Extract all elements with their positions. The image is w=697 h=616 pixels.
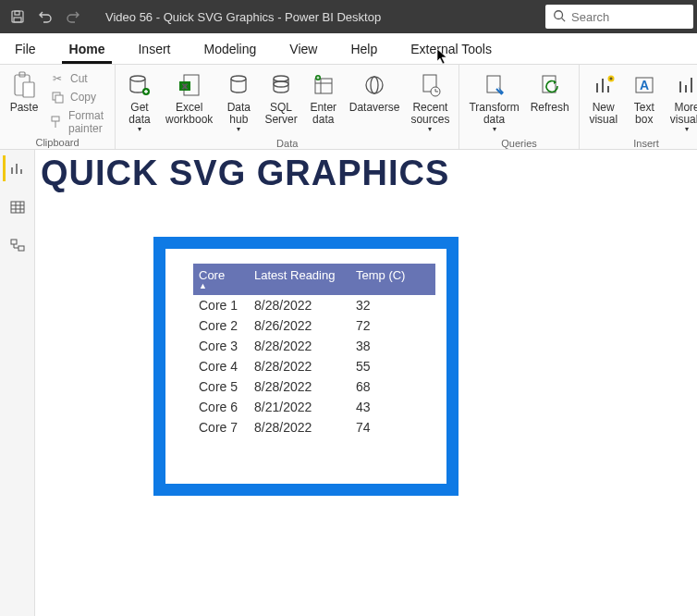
search-icon bbox=[553, 9, 566, 25]
workspace: QUICK SVG GRAPHICS Core ▲ Latest Reading… bbox=[0, 150, 697, 616]
svg-rect-27 bbox=[543, 76, 556, 92]
chevron-down-icon: ▾ bbox=[493, 126, 496, 134]
dataverse-icon bbox=[362, 70, 386, 100]
svg-rect-1 bbox=[15, 11, 19, 15]
undo-icon[interactable] bbox=[31, 3, 59, 31]
format-painter-button[interactable]: Format painter bbox=[44, 107, 111, 137]
menu-help[interactable]: Help bbox=[343, 36, 385, 64]
svg-point-16 bbox=[231, 76, 246, 81]
data-hub-button[interactable]: Data hub ▾ bbox=[218, 67, 259, 138]
table-header[interactable]: Core ▲ Latest Reading Temp (C) bbox=[193, 264, 435, 295]
model-view-icon[interactable] bbox=[5, 233, 31, 259]
svg-point-3 bbox=[555, 10, 563, 18]
cell-core: Core 1 bbox=[193, 295, 249, 315]
cell-date: 8/28/2022 bbox=[249, 417, 350, 437]
data-view-icon[interactable] bbox=[5, 194, 31, 220]
window-title: Video 56 - Quick SVG Graphics - Power BI… bbox=[105, 10, 381, 24]
cell-core: Core 2 bbox=[193, 315, 249, 336]
refresh-button[interactable]: Refresh bbox=[525, 67, 575, 117]
cell-temp: 38 bbox=[350, 336, 415, 356]
cell-date: 8/28/2022 bbox=[249, 295, 350, 315]
svg-point-18 bbox=[274, 81, 288, 87]
table-row[interactable]: Core 58/28/202268 bbox=[193, 376, 435, 397]
recent-sources-button[interactable]: Recent sources ▾ bbox=[405, 67, 455, 138]
search-input[interactable] bbox=[571, 10, 664, 24]
menu-home[interactable]: Home bbox=[62, 36, 113, 64]
text-box-icon: A bbox=[633, 70, 655, 100]
sql-icon bbox=[270, 70, 292, 100]
report-view-icon[interactable] bbox=[3, 155, 29, 181]
svg-rect-46 bbox=[18, 246, 24, 251]
search-box[interactable] bbox=[545, 5, 693, 29]
clipboard-group-label: Clipboard bbox=[4, 137, 111, 150]
dataverse-button[interactable]: Dataverse bbox=[344, 67, 406, 117]
col-temp[interactable]: Temp (C) bbox=[350, 264, 415, 295]
sql-server-button[interactable]: SQL Server bbox=[259, 67, 302, 129]
cell-core: Core 5 bbox=[193, 376, 249, 397]
table-visual[interactable]: Core ▲ Latest Reading Temp (C) Core 18/2… bbox=[153, 237, 459, 496]
cut-icon: ✂ bbox=[50, 72, 65, 85]
page-title: QUICK SVG GRAPHICS bbox=[41, 154, 697, 193]
paste-button[interactable]: Paste bbox=[4, 67, 44, 117]
svg-rect-2 bbox=[14, 18, 21, 22]
cell-date: 8/28/2022 bbox=[249, 356, 350, 376]
menu-external-tools[interactable]: External Tools bbox=[403, 36, 499, 64]
menu-view[interactable]: View bbox=[282, 36, 324, 64]
svg-rect-7 bbox=[23, 82, 34, 97]
cut-button[interactable]: ✂ Cut bbox=[44, 70, 111, 87]
redo-icon[interactable] bbox=[59, 3, 87, 31]
get-data-button[interactable]: Get data ▾ bbox=[119, 67, 160, 138]
excel-workbook-button[interactable]: X Excel workbook bbox=[160, 67, 218, 129]
table-row[interactable]: Core 68/21/202243 bbox=[193, 397, 435, 417]
data-hub-icon bbox=[227, 70, 250, 100]
cell-temp: 32 bbox=[350, 295, 415, 315]
data-table: Core ▲ Latest Reading Temp (C) Core 18/2… bbox=[193, 264, 435, 437]
svg-text:X: X bbox=[182, 82, 188, 91]
recent-icon bbox=[419, 70, 441, 100]
svg-point-17 bbox=[274, 76, 288, 81]
cell-core: Core 6 bbox=[193, 397, 249, 417]
chevron-down-icon: ▾ bbox=[428, 126, 432, 134]
table-row[interactable]: Core 18/28/202232 bbox=[193, 295, 435, 315]
svg-rect-45 bbox=[11, 240, 17, 244]
chevron-down-icon: ▾ bbox=[237, 126, 240, 134]
table-row[interactable]: Core 38/28/202238 bbox=[193, 336, 435, 356]
text-box-button[interactable]: A Text box bbox=[624, 67, 665, 129]
save-icon[interactable] bbox=[4, 3, 31, 31]
view-rail bbox=[0, 150, 35, 616]
cell-date: 8/28/2022 bbox=[249, 336, 350, 356]
new-visual-button[interactable]: New visual bbox=[583, 67, 624, 129]
table-row[interactable]: Core 78/28/202274 bbox=[193, 417, 435, 437]
svg-point-23 bbox=[371, 77, 378, 93]
cell-temp: 74 bbox=[350, 417, 415, 437]
cell-temp: 55 bbox=[350, 356, 415, 376]
table-row[interactable]: Core 28/26/202272 bbox=[193, 315, 435, 336]
cell-temp: 72 bbox=[350, 315, 415, 336]
excel-icon: X bbox=[178, 70, 201, 100]
table-row[interactable]: Core 48/28/202255 bbox=[193, 356, 435, 376]
menu-file[interactable]: File bbox=[7, 36, 43, 64]
col-core[interactable]: Core ▲ bbox=[193, 264, 249, 295]
sort-asc-icon: ▲ bbox=[199, 281, 243, 290]
svg-rect-40 bbox=[11, 202, 24, 213]
transform-data-button[interactable]: Transform data ▾ bbox=[463, 67, 524, 138]
svg-rect-10 bbox=[52, 117, 59, 121]
cell-date: 8/26/2022 bbox=[249, 315, 350, 336]
report-canvas[interactable]: QUICK SVG GRAPHICS Core ▲ Latest Reading… bbox=[35, 150, 697, 616]
paste-label: Paste bbox=[10, 102, 39, 114]
cell-date: 8/28/2022 bbox=[249, 376, 350, 397]
menu-modeling[interactable]: Modeling bbox=[196, 36, 263, 64]
more-visuals-button[interactable]: More visuals ▾ bbox=[665, 67, 697, 138]
format-painter-icon bbox=[50, 116, 63, 129]
table-body: Core 18/28/202232Core 28/26/202272Core 3… bbox=[193, 295, 435, 437]
enter-data-button[interactable]: Enter data bbox=[303, 67, 344, 129]
cell-temp: 43 bbox=[350, 397, 415, 417]
refresh-icon bbox=[539, 70, 561, 100]
cell-core: Core 7 bbox=[193, 417, 249, 437]
col-latest-reading[interactable]: Latest Reading bbox=[249, 264, 350, 295]
cell-core: Core 3 bbox=[193, 336, 249, 356]
menu-insert[interactable]: Insert bbox=[130, 36, 177, 64]
copy-button[interactable]: Copy bbox=[44, 89, 111, 105]
svg-text:A: A bbox=[640, 78, 649, 92]
svg-line-4 bbox=[562, 18, 566, 21]
